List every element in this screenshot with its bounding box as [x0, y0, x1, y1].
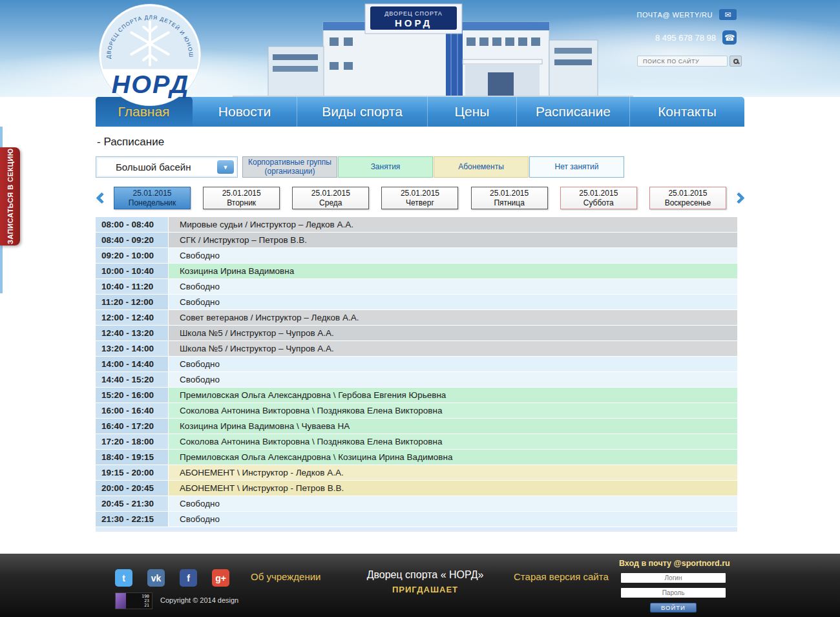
table-row: 18:40 - 19:15Премиловская Ольга Александ… [96, 450, 737, 465]
logo-title: НОРД [112, 70, 190, 98]
time-cell: 08:40 - 09:20 [96, 233, 168, 247]
day-tab-name: Среда [319, 198, 342, 207]
signup-section-tab[interactable]: ЗАПИСАТЬСЯ В СЕКЦИЮ [0, 147, 20, 246]
legend-lesson[interactable]: Занятия [338, 156, 433, 178]
email-text[interactable]: ПОЧТА@ WERTY/RU [637, 11, 713, 19]
day-tab-0[interactable]: 25.01.2015Понедельник [114, 187, 191, 209]
nord-logo[interactable]: ДВОРЕЦ СПОРТА ДЛЯ ДЕТЕЙ И ЮНОШЕСТВА НОРД [96, 1, 204, 110]
pool-select[interactable]: Большой басейн ▼ [96, 156, 238, 178]
table-row: 15:20 - 16:00Премиловская Ольга Александ… [96, 388, 737, 403]
header: ДВОРЕЦ СПОРТА НОРД ДВОРЕЦ СПОРТ [0, 0, 840, 97]
time-cell: 14:40 - 15:20 [96, 372, 168, 387]
slot-cell[interactable]: АБОНЕМЕНТ \ Инструктор - Петров В.В. [169, 481, 737, 496]
nav-item-1[interactable]: Новости [193, 97, 297, 127]
time-cell: 15:20 - 16:00 [96, 388, 168, 403]
main-content: - Расписание Большой басейн ▼ Корпоратив… [96, 127, 744, 532]
time-cell: 13:20 - 14:00 [96, 341, 168, 356]
slot-cell[interactable]: Свободно [169, 512, 737, 527]
table-row: 16:00 - 16:40Соколова Антонина Викторовн… [96, 403, 737, 418]
slot-cell[interactable]: Свободно [169, 357, 737, 371]
phone-icon: ☎ [722, 30, 737, 45]
day-tab-date: 25.01.2015 [579, 189, 618, 198]
day-tab-1[interactable]: 25.01.2015Вторник [203, 187, 280, 209]
table-row: 12:00 - 12:40Совет ветеранов / Инструкто… [96, 310, 737, 325]
about-link[interactable]: Об учреждении [251, 571, 320, 582]
footer-palace-title: Дворец спорта « НОРД» [341, 569, 509, 581]
nav-item-4[interactable]: Расписание [517, 97, 630, 127]
building-sign-line2: НОРД [395, 17, 432, 28]
table-row: 20:00 - 20:45АБОНЕМЕНТ \ Инструктор - Пе… [96, 481, 737, 496]
table-row: 17:20 - 18:00Соколова Антонина Викторовн… [96, 434, 737, 449]
time-cell: 12:40 - 13:20 [96, 326, 168, 340]
slot-cell[interactable]: СГК / Инструктор – Петров В.В. [169, 233, 737, 247]
time-cell: 10:40 - 11:20 [96, 279, 168, 294]
footer-center: Дворец спорта « НОРД» ПРИГДАШАЕТ [341, 569, 509, 594]
slot-cell[interactable]: Соколова Антонина Викторовна \ Поздняков… [169, 434, 737, 449]
day-tab-3[interactable]: 25.01.2015Четверг [381, 187, 458, 209]
counter-icon [116, 593, 126, 609]
slot-cell[interactable]: Свободно [169, 295, 737, 309]
day-tab-name: Понедельник [129, 198, 176, 207]
vk-icon[interactable]: vk [147, 569, 165, 587]
slot-cell[interactable]: Козицина Ирина Вадимовна [169, 264, 737, 278]
slot-cell[interactable]: Свободно [169, 496, 737, 511]
twitter-icon[interactable]: t [115, 569, 132, 587]
time-cell: 16:00 - 16:40 [96, 403, 168, 418]
building-illustration: ДВОРЕЦ СПОРТА НОРД [233, 0, 633, 97]
slot-cell[interactable]: Премиловская Ольга Александровна \ Козиц… [169, 450, 737, 465]
table-row: 11:20 - 12:00Свободно [96, 295, 737, 309]
slot-cell[interactable]: Совет ветеранов / Инструктор – Ледков А.… [169, 310, 737, 325]
visit-counter: 190 23 21 [115, 592, 152, 609]
slot-cell[interactable]: Свободно [169, 248, 737, 263]
next-day-arrow[interactable] [733, 194, 744, 202]
day-tab-date: 25.01.2015 [668, 189, 707, 198]
mail-login-title: Вход в почту @sportnord.ru [619, 559, 728, 568]
day-tab-5[interactable]: 25.01.2015Суббота [560, 187, 637, 209]
days-row: 25.01.2015Понедельник25.01.2015Вторник25… [96, 187, 744, 209]
slot-cell[interactable]: Свободно [169, 279, 737, 294]
slot-cell[interactable]: АБОНЕМЕНТ \ Инструктор - Ледков А.А. [169, 465, 737, 480]
legend-free[interactable]: Нет занятий [529, 156, 624, 178]
slot-cell[interactable]: Свободно [169, 372, 737, 387]
search-icon [733, 59, 739, 64]
slot-cell[interactable]: Козицина Ирина Вадимовна \ Чуваева НА [169, 419, 737, 434]
old-version-link[interactable]: Старая версия сайта [514, 571, 609, 582]
login-button[interactable]: ВОЙТИ [650, 603, 697, 612]
chevron-left-icon [96, 192, 107, 204]
password-field[interactable] [621, 588, 726, 598]
nav-item-5[interactable]: Контакты [630, 97, 744, 127]
table-row: 10:40 - 11:20Свободно [96, 279, 737, 294]
facebook-icon[interactable]: f [180, 569, 197, 587]
day-tab-date: 25.01.2015 [490, 189, 529, 198]
search-input[interactable] [637, 56, 728, 67]
schedule-table: 08:00 - 08:40Мировые судьи / Инструктор … [96, 217, 737, 532]
slot-cell[interactable]: Школа №5 / Инструктор – Чупров А.А. [169, 341, 737, 356]
google-plus-icon[interactable]: g+ [212, 569, 229, 587]
table-row: 19:15 - 20:00АБОНЕМЕНТ \ Инструктор - Ле… [96, 465, 737, 480]
day-tab-date: 25.01.2015 [222, 189, 261, 198]
day-tab-2[interactable]: 25.01.2015Среда [292, 187, 369, 209]
time-cell: 17:20 - 18:00 [96, 434, 168, 449]
legend: Корпоративные группы (организации)Заняти… [242, 156, 625, 178]
slot-cell[interactable]: Премиловская Ольга Александровна \ Гербо… [169, 388, 737, 403]
table-row: 14:00 - 14:40Свободно [96, 357, 737, 371]
slot-cell[interactable]: Соколова Антонина Викторовна \ Поздняков… [169, 403, 737, 418]
legend-corporate[interactable]: Корпоративные группы (организации) [242, 156, 337, 178]
copyright: Copyright © 2014 design [160, 596, 238, 604]
slot-cell[interactable]: Школа №5 / Инструктор – Чупров А.А. [169, 326, 737, 340]
nav-item-3[interactable]: Цены [428, 97, 517, 127]
nav-item-2[interactable]: Виды спорта [297, 97, 428, 127]
prev-day-arrow[interactable] [96, 194, 107, 202]
mail-icon[interactable]: ✉ [719, 9, 737, 20]
day-tab-4[interactable]: 25.01.2015Пятница [471, 187, 548, 209]
day-tab-6[interactable]: 25.01.2015Воскресенье [649, 187, 726, 209]
login-field[interactable] [621, 573, 726, 583]
chevron-down-icon[interactable]: ▼ [217, 160, 234, 174]
time-cell: 18:40 - 19:15 [96, 450, 168, 465]
slot-cell[interactable]: Мировые судьи / Инструктор – Ледков А.А. [169, 217, 737, 232]
table-row: 12:40 - 13:20Школа №5 / Инструктор – Чуп… [96, 326, 737, 340]
filter-row: Большой басейн ▼ Корпоративные группы (о… [96, 156, 744, 178]
legend-abonement[interactable]: Абонементы [434, 156, 529, 178]
search-button[interactable] [730, 56, 742, 67]
table-row: 14:40 - 15:20Свободно [96, 372, 737, 387]
